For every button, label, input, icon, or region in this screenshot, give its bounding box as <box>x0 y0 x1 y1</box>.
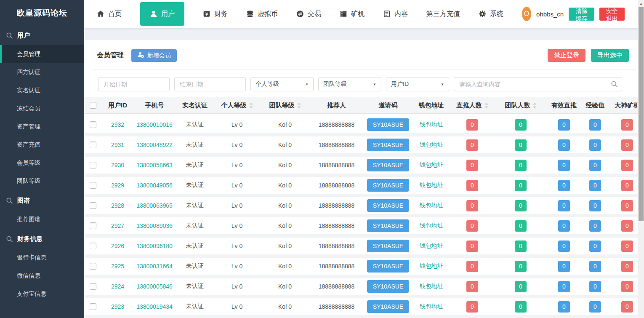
sidebar-item-realname-auth[interactable]: 实名认证 <box>0 81 84 99</box>
sort-icon[interactable] <box>297 102 301 109</box>
phone-link[interactable]: 13800058663 <box>136 162 173 168</box>
username[interactable]: ohbbs_cn <box>536 11 564 18</box>
sidebar-item-member-management[interactable]: 会员管理 <box>0 45 84 63</box>
direct-count-badge[interactable]: 0 <box>466 139 478 151</box>
wallet-address-link[interactable]: 钱包地址 <box>420 202 443 209</box>
wallet-address-link[interactable]: 钱包地址 <box>420 262 443 270</box>
exp-badge[interactable]: 0 <box>589 119 601 131</box>
column-header-team-count[interactable]: 团队人数 <box>495 102 546 110</box>
nav-item-content[interactable]: 内容 <box>383 10 408 19</box>
team-level-select[interactable]: 团队等级 ▼ <box>318 77 381 91</box>
sidebar-item-wechat-info[interactable]: 微信信息 <box>0 267 84 285</box>
team-count-badge[interactable]: 0 <box>515 160 527 171</box>
sidebar-section-graph[interactable]: 图谱 <box>0 191 84 210</box>
valid-direct-badge[interactable]: 0 <box>558 241 570 252</box>
row-checkbox[interactable] <box>90 243 96 249</box>
phone-link[interactable]: 13800019434 <box>136 303 173 310</box>
sidebar-item-team-level[interactable]: 团队等级 <box>0 172 84 190</box>
search-input[interactable] <box>454 77 622 91</box>
direct-count-badge[interactable]: 0 <box>466 220 478 232</box>
user-id-link[interactable]: 2926 <box>111 243 124 249</box>
phone-link[interactable]: 13800063965 <box>136 202 173 209</box>
sidebar-item-frozen-members[interactable]: 冻结会员 <box>0 99 84 118</box>
nav-item-home[interactable]: 首页 <box>97 10 122 19</box>
god-miner-badge[interactable]: 0 <box>621 160 633 171</box>
column-header-personal-level[interactable]: 个人等级 <box>214 102 260 110</box>
user-id-link[interactable]: 2927 <box>111 222 124 229</box>
logout-button[interactable]: 安全退出 <box>599 8 625 21</box>
direct-count-badge[interactable]: 0 <box>466 281 478 292</box>
direct-count-badge[interactable]: 0 <box>466 160 478 171</box>
exp-badge[interactable]: 0 <box>589 139 601 151</box>
invite-code-button[interactable]: SY10ASUE <box>367 300 409 313</box>
team-count-badge[interactable]: 0 <box>515 261 527 272</box>
end-date-input[interactable] <box>174 77 246 91</box>
start-date-input[interactable] <box>98 77 170 91</box>
sidebar-item-asset-recharge[interactable]: 资产充值 <box>0 136 84 154</box>
user-id-link[interactable]: 2932 <box>111 121 124 128</box>
sidebar-item-alipay-info[interactable]: 支付宝信息 <box>0 285 84 303</box>
phone-link[interactable]: 13800049056 <box>136 182 173 189</box>
team-count-badge[interactable]: 0 <box>515 119 527 131</box>
row-checkbox[interactable] <box>90 142 96 148</box>
nav-item-third-party-recharge[interactable]: 第三方充值 <box>426 10 460 19</box>
invite-code-button[interactable]: SY10ASUE <box>367 219 409 232</box>
god-miner-badge[interactable]: 0 <box>621 180 633 191</box>
avatar[interactable]: O <box>522 7 531 21</box>
valid-direct-badge[interactable]: 0 <box>558 180 570 191</box>
user-id-link[interactable]: 2929 <box>111 182 124 189</box>
god-miner-badge[interactable]: 0 <box>621 301 633 313</box>
column-header-team-level[interactable]: 团队等级 <box>260 102 310 110</box>
sort-icon[interactable] <box>533 102 537 109</box>
sort-icon[interactable] <box>249 102 253 109</box>
wallet-address-link[interactable]: 钱包地址 <box>420 182 443 189</box>
search-icon[interactable] <box>611 80 618 88</box>
team-count-badge[interactable]: 0 <box>515 241 527 252</box>
wallet-address-link[interactable]: 钱包地址 <box>420 121 443 128</box>
phone-link[interactable]: 13800031664 <box>136 263 173 270</box>
personal-level-select[interactable]: 个人等级 ▼ <box>250 77 314 91</box>
add-member-button[interactable]: 新增会员 <box>131 49 177 62</box>
sidebar-item-referral-graph[interactable]: 推荐图谱 <box>0 210 84 228</box>
valid-direct-badge[interactable]: 0 <box>558 119 570 131</box>
team-count-badge[interactable]: 0 <box>515 301 527 313</box>
user-id-link[interactable]: 2928 <box>111 202 124 209</box>
clear-cache-button[interactable]: 清除缓存 <box>569 8 594 21</box>
sidebar-item-sifang-auth[interactable]: 四方认证 <box>0 63 84 81</box>
wallet-address-link[interactable]: 钱包地址 <box>420 303 443 310</box>
valid-direct-badge[interactable]: 0 <box>558 160 570 171</box>
export-selected-button[interactable]: 导出选中 <box>591 49 629 62</box>
invite-code-button[interactable]: SY10ASUE <box>367 159 409 171</box>
row-checkbox[interactable] <box>90 202 96 209</box>
team-count-badge[interactable]: 0 <box>515 281 527 292</box>
nav-item-trade[interactable]: 交易 <box>296 10 321 19</box>
team-count-badge[interactable]: 0 <box>515 139 527 151</box>
invite-code-button[interactable]: SY10ASUE <box>367 240 409 252</box>
wallet-address-link[interactable]: 钱包地址 <box>420 161 443 169</box>
user-id-link[interactable]: 2931 <box>111 142 124 148</box>
sidebar-section-finance-info[interactable]: 财务信息 <box>0 230 84 249</box>
direct-count-badge[interactable]: 0 <box>466 241 478 252</box>
direct-count-badge[interactable]: 0 <box>466 200 478 211</box>
sidebar-item-asset-management[interactable]: 资产管理 <box>0 118 84 136</box>
nav-item-finance[interactable]: 财务 <box>203 10 228 19</box>
nav-item-virtual-coin[interactable]: 虚拟币 <box>246 10 278 19</box>
nav-item-users[interactable]: 用户 <box>140 2 184 26</box>
god-miner-badge[interactable]: 0 <box>621 220 633 232</box>
valid-direct-badge[interactable]: 0 <box>558 301 570 313</box>
god-miner-badge[interactable]: 0 <box>621 261 633 272</box>
phone-link[interactable]: 13800048922 <box>136 142 173 148</box>
invite-code-button[interactable]: SY10ASUE <box>367 139 409 151</box>
user-id-link[interactable]: 2923 <box>111 303 124 310</box>
direct-count-badge[interactable]: 0 <box>466 180 478 191</box>
phone-link[interactable]: 13800010016 <box>136 121 173 128</box>
exp-badge[interactable]: 0 <box>589 281 601 292</box>
god-miner-badge[interactable]: 0 <box>621 139 633 151</box>
user-id-link[interactable]: 2925 <box>111 263 124 270</box>
direct-count-badge[interactable]: 0 <box>466 119 478 131</box>
wallet-address-link[interactable]: 钱包地址 <box>420 283 443 290</box>
wallet-address-link[interactable]: 钱包地址 <box>420 222 443 230</box>
user-id-link[interactable]: 2924 <box>111 283 124 290</box>
scroll-up-arrow[interactable]: ▲ <box>638 0 644 7</box>
phone-link[interactable]: 13800096180 <box>136 243 173 249</box>
